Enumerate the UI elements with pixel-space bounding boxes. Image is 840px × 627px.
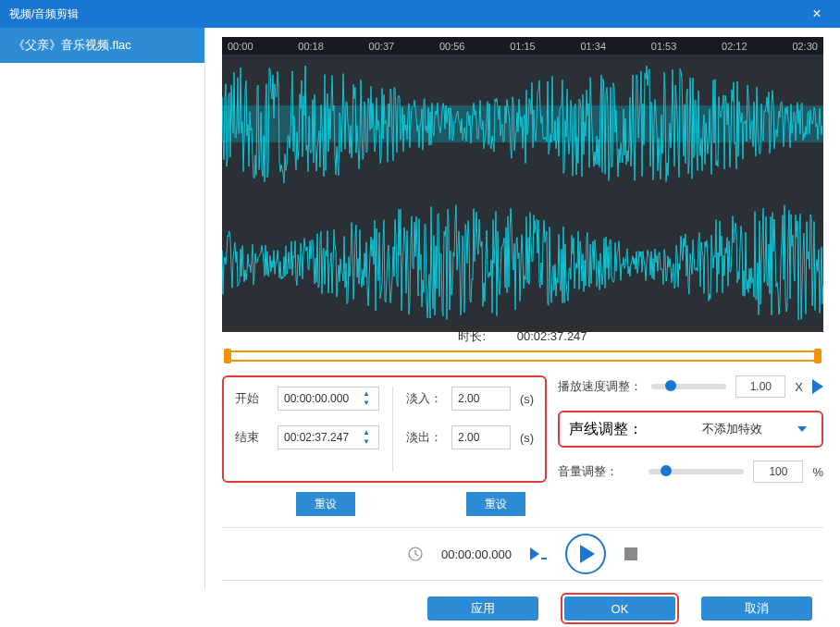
timeline-ruler: 00:00 00:18 00:37 00:56 01:15 01:34 01:5… bbox=[222, 37, 823, 55]
start-label: 开始 bbox=[235, 390, 268, 407]
window-title: 视频/音频剪辑 bbox=[9, 6, 79, 22]
playback-bar: 00:00:00.000 bbox=[222, 527, 823, 581]
voice-effect-dropdown[interactable]: 不添加特效 bbox=[652, 418, 812, 440]
close-icon[interactable]: × bbox=[803, 6, 831, 22]
fadein-input[interactable]: 2.00 bbox=[451, 387, 511, 411]
reset-fade-button[interactable]: 重设 bbox=[466, 492, 525, 516]
voice-adjust-group: 声线调整： 不添加特效 bbox=[558, 411, 823, 448]
volume-row: 音量调整： 100 % bbox=[558, 461, 823, 483]
volume-value[interactable]: 100 bbox=[753, 461, 803, 483]
play-icon bbox=[580, 545, 595, 563]
reset-trim-button[interactable]: 重设 bbox=[296, 492, 355, 516]
fadeout-unit: (s) bbox=[520, 431, 534, 445]
cancel-button[interactable]: 取消 bbox=[701, 596, 812, 621]
file-sidebar: 《父亲》音乐视频.flac bbox=[0, 28, 205, 590]
waveform-channel-2 bbox=[222, 193, 823, 332]
play-button[interactable] bbox=[565, 534, 606, 574]
volume-slider[interactable] bbox=[649, 469, 744, 474]
speed-slider[interactable] bbox=[651, 384, 726, 389]
fadeout-input[interactable]: 2.00 bbox=[451, 425, 511, 449]
speed-value[interactable]: 1.00 bbox=[735, 375, 785, 398]
trim-fade-group: 开始 00:00:00.000 ▲▼ 结束 00:02:37.247 ▲▼ bbox=[222, 375, 547, 483]
title-bar: 视频/音频剪辑 × bbox=[0, 0, 840, 28]
chevron-down-icon bbox=[797, 426, 807, 432]
spinner-down-icon[interactable]: ▼ bbox=[360, 399, 373, 408]
end-time-input[interactable]: 00:02:37.247 ▲▼ bbox=[278, 425, 379, 449]
stop-button[interactable] bbox=[624, 547, 637, 560]
fadein-label: 淡入： bbox=[406, 390, 442, 407]
spinner-down-icon[interactable]: ▼ bbox=[360, 437, 373, 447]
waveform-display[interactable] bbox=[222, 55, 823, 321]
spinner-up-icon[interactable]: ▲ bbox=[360, 428, 373, 437]
end-label: 结束 bbox=[235, 429, 268, 446]
range-selector[interactable] bbox=[222, 349, 823, 364]
speed-preview-icon[interactable] bbox=[812, 379, 823, 394]
range-handle-start[interactable] bbox=[224, 349, 231, 363]
ok-button[interactable]: OK bbox=[564, 596, 675, 621]
dialog-footer: 应用 OK 取消 bbox=[0, 590, 840, 627]
step-forward-icon[interactable] bbox=[530, 547, 547, 560]
fadeout-label: 淡出： bbox=[406, 429, 442, 446]
spinner-up-icon[interactable]: ▲ bbox=[360, 389, 373, 399]
clock-icon bbox=[408, 547, 423, 561]
start-time-input[interactable]: 00:00:00.000 ▲▼ bbox=[278, 387, 379, 411]
svg-rect-4 bbox=[541, 558, 547, 559]
range-handle-end[interactable] bbox=[814, 349, 821, 363]
current-time: 00:00:00.000 bbox=[441, 547, 512, 561]
waveform-channel-1 bbox=[222, 55, 823, 193]
sidebar-item-file[interactable]: 《父亲》音乐视频.flac bbox=[0, 28, 204, 63]
speed-row: 播放速度调整： 1.00 X bbox=[558, 375, 823, 398]
apply-button[interactable]: 应用 bbox=[427, 596, 538, 621]
fadein-unit: (s) bbox=[520, 392, 534, 406]
